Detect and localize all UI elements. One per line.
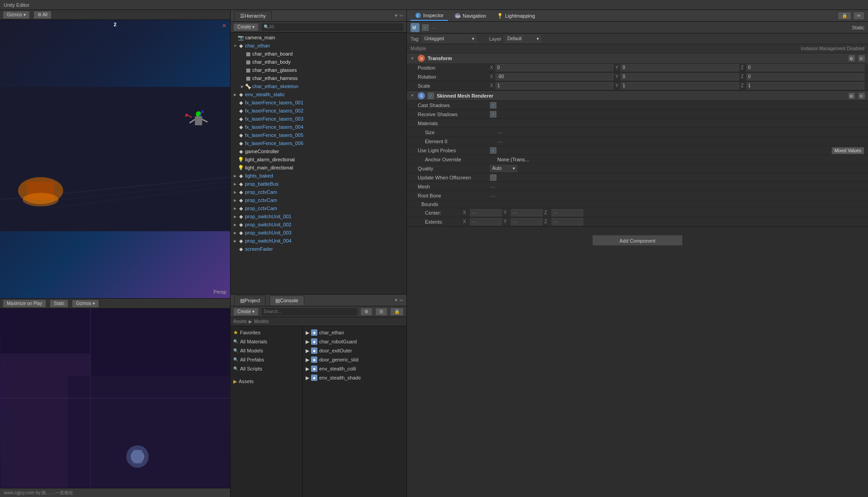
list-item[interactable]: ◆ fx_laserFence_lasers_005 [231, 131, 406, 139]
list-item[interactable]: 💡 light_alarm_directional [231, 155, 406, 164]
create-button[interactable]: Create ▾ [233, 23, 259, 31]
close-button[interactable]: ✕ [222, 23, 226, 29]
list-item[interactable]: ◆ screenFader [231, 245, 406, 253]
list-item[interactable]: ▶ ◆ lights_baked [231, 172, 406, 180]
center-y-input[interactable] [511, 209, 542, 216]
list-item[interactable]: ▶ ◆ env_stealth_static [231, 90, 406, 98]
list-item[interactable]: ◆ fx_laserFence_lasers_001 [231, 98, 406, 107]
project-lock-button[interactable]: 🔒 [390, 308, 404, 316]
model-item[interactable]: ▶ ◆ env_stealth_colli [303, 364, 406, 373]
all-button[interactable]: ⚙ All [33, 11, 52, 19]
list-item[interactable]: ▶ ◆ prop_battleBus [231, 180, 406, 188]
list-item[interactable]: ▦ char_ethan_harness [231, 74, 406, 82]
gizmos-button[interactable]: Gizmos ▾ [3, 11, 30, 19]
lock-button[interactable]: 🔒 [838, 12, 851, 20]
list-item[interactable]: 📷 camera_main [231, 33, 406, 42]
transform-header[interactable]: ▼ ⇲ Transform ⚙ ≡ [407, 53, 868, 63]
skinned-mesh-menu-btn[interactable]: ≡ [858, 92, 865, 99]
navigation-tab[interactable]: NAV Navigation [450, 11, 491, 21]
skinned-mesh-header[interactable]: ▼ S Skinned Mesh Renderer ⚙ ≡ [407, 91, 868, 101]
lightmapping-tab[interactable]: Lightmapping [492, 11, 539, 21]
model-item[interactable]: ▶ ◆ env_stealth_shade [303, 373, 406, 382]
expand-arrow: ▶ [306, 357, 309, 363]
transform-settings-btn[interactable]: ⚙ [848, 55, 855, 62]
console-tab[interactable]: ▤ Console [269, 295, 304, 305]
list-item[interactable]: ▶ 🦴 char_ethan_skeleton [231, 82, 406, 90]
position-z-input[interactable] [746, 64, 864, 71]
active-checkbox[interactable] [422, 24, 429, 31]
project-create-button[interactable]: Create ▾ [233, 308, 259, 316]
all-models-item[interactable]: 🔍 All Models [231, 346, 302, 355]
hierarchy-collapse-btn[interactable]: ▼ ═ [394, 13, 403, 18]
list-item[interactable]: ▦ char_ethan_board [231, 50, 406, 58]
model-item[interactable]: ▶ ◆ char_robotGuard [303, 337, 406, 346]
gameobject-icon: ◆ [238, 181, 244, 187]
item-label: camera_main [245, 35, 275, 40]
model-item[interactable]: ▶ ◆ door_generic_slid [303, 355, 406, 364]
skinned-mesh-enabled-checkbox[interactable] [428, 93, 434, 99]
list-item[interactable]: ◆ gameController [231, 147, 406, 155]
list-item[interactable]: ▶ ◆ prop_cctvCam [231, 204, 406, 212]
project-collapse-btn[interactable]: ▼ ═ [394, 298, 403, 303]
all-materials-item[interactable]: 🔍 All Materials [231, 337, 302, 346]
mesh-icon: ▦ [245, 51, 251, 57]
list-item[interactable]: ◆ fx_laserFence_lasers_003 [231, 115, 406, 123]
skinned-mesh-settings-btn[interactable]: ⚙ [848, 92, 855, 99]
scale-y-input[interactable] [621, 82, 739, 89]
inspector-menu-button[interactable]: ═ [853, 12, 864, 20]
list-item[interactable]: ◆ fx_laserFence_lasers_006 [231, 139, 406, 147]
scale-x-input[interactable] [495, 82, 613, 89]
project-view-button[interactable]: ☰ [375, 308, 387, 316]
project-options-button[interactable]: ⚙ [360, 308, 373, 316]
model-item[interactable]: ▶ ◆ door_exitOuter [303, 346, 406, 355]
list-item[interactable]: ▶ ◆ prop_switchUnit_004 [231, 237, 406, 245]
project-tab[interactable]: ▤ Project [234, 295, 266, 305]
list-item[interactable]: ▶ ◆ prop_switchUnit_002 [231, 220, 406, 229]
expand-icon: ▶ [240, 84, 245, 89]
add-component-button[interactable]: Add Component [592, 235, 683, 246]
rotation-z-input[interactable] [746, 73, 864, 80]
assets-folder-item[interactable]: ▶ Assets [231, 377, 302, 386]
position-y-input[interactable] [621, 64, 739, 71]
gizmos-bottom-button[interactable]: Gizmos ▾ [72, 300, 99, 308]
all-scripts-item[interactable]: 🔍 All Scripts [231, 364, 302, 373]
list-item[interactable]: ▼ ◆ char_ethan [231, 42, 406, 50]
list-item[interactable]: ▶ ◆ prop_switchUnit_003 [231, 229, 406, 237]
hierarchy-search[interactable] [261, 23, 404, 31]
rotation-y-input[interactable] [621, 73, 739, 80]
list-item[interactable]: ▶ ◆ prop_cctvCam [231, 196, 406, 204]
project-search[interactable] [261, 308, 358, 316]
search-icon: 🔍 [233, 357, 238, 362]
receive-shadows-checkbox[interactable] [490, 111, 496, 117]
svg-rect-17 [68, 376, 229, 488]
rotation-x-input[interactable] [495, 73, 613, 80]
layer-dropdown[interactable]: Default ▾ [505, 35, 541, 42]
cast-shadows-checkbox[interactable] [490, 102, 496, 108]
model-item[interactable]: ▶ ◆ char_ethan [303, 328, 406, 337]
list-item[interactable]: ▶ ◆ prop_switchUnit_001 [231, 212, 406, 220]
position-x-input[interactable] [495, 64, 613, 71]
center-x-input[interactable] [470, 209, 502, 216]
list-item[interactable]: ◆ fx_laserFence_lasers_004 [231, 123, 406, 131]
extents-y-input[interactable] [511, 218, 542, 225]
transform-menu-btn[interactable]: ≡ [858, 55, 865, 62]
tag-dropdown[interactable]: Untagged ▾ [422, 35, 476, 42]
stats-button[interactable]: Stats [50, 300, 68, 308]
all-prefabs-item[interactable]: 🔍 All Prefabs [231, 355, 302, 364]
quality-dropdown[interactable]: Auto ▾ [490, 165, 517, 172]
use-light-probes-checkbox[interactable] [490, 147, 496, 154]
extents-x-input[interactable] [470, 218, 502, 225]
scale-z-input[interactable] [746, 82, 864, 89]
update-offscreen-checkbox[interactable] [490, 174, 496, 181]
list-item[interactable]: ▶ ◆ prop_cctvCam [231, 188, 406, 196]
favorites-header[interactable]: ★ Favorites [231, 328, 302, 337]
maximize-on-play-button[interactable]: Maximize on Play [3, 300, 46, 308]
list-item[interactable]: 💡 light_main_directional [231, 164, 406, 172]
extents-z-input[interactable] [552, 218, 583, 225]
list-item[interactable]: ◆ fx_laserFence_lasers_002 [231, 107, 406, 115]
list-item[interactable]: ▦ char_ethan_body [231, 58, 406, 66]
list-item[interactable]: ▦ char_ethan_glasses [231, 66, 406, 74]
inspector-tab[interactable]: i Inspector [410, 11, 448, 21]
center-z-input[interactable] [552, 209, 583, 216]
hierarchy-tab[interactable]: ☰ Hierarchy [234, 11, 272, 21]
